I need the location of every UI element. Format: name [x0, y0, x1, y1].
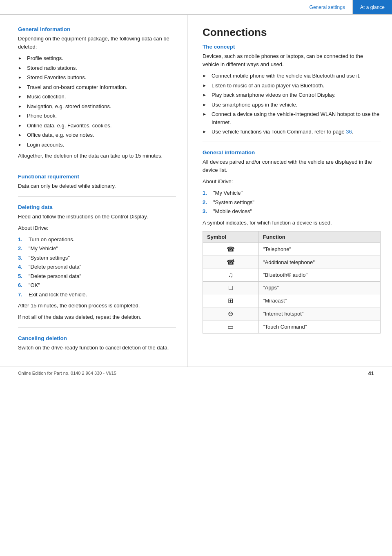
left-general-info-heading: General information [18, 26, 176, 32]
step-number: 4. [18, 263, 27, 271]
divider-3 [18, 327, 176, 328]
list-item: 3."Mobile devices" [203, 207, 381, 216]
right-concept-bullet-list: ►Connect mobile phone with the vehicle v… [203, 72, 381, 136]
list-item: ►Login accounts. [18, 141, 176, 149]
symbol-cell: ♫ [203, 269, 259, 281]
symbol-col-header: Symbol [203, 231, 259, 242]
left-deleting-data-heading: Deleting data [18, 204, 176, 210]
symbol-table: Symbol Function ☎"Telephone"☎̂"Additiona… [203, 231, 381, 334]
symbol-cell: ⊞ [203, 294, 259, 307]
symbol-cell: □ [203, 281, 259, 294]
triangle-bullet-icon: ► [18, 132, 24, 138]
left-general-info-footer: Altogether, the deletion of the data can… [18, 152, 176, 160]
connections-heading: Connections [203, 26, 381, 39]
left-deleting-after2: If not all of the data was deleted, repe… [18, 313, 176, 321]
left-canceling-deletion-heading: Canceling deletion [18, 335, 176, 341]
list-item: ►Phone book. [18, 112, 176, 120]
step-number: 6. [18, 281, 27, 289]
divider-2 [18, 196, 176, 197]
step-number: 3. [203, 207, 212, 216]
right-steps-list: 1."My Vehicle"2."System settings"3."Mobi… [203, 189, 381, 216]
header-general-settings-label: General settings [302, 0, 353, 14]
list-item: 1."My Vehicle" [203, 189, 381, 197]
step-number: 1. [18, 236, 27, 244]
triangle-bullet-icon: ► [18, 142, 24, 148]
step-number: 2. [203, 198, 212, 207]
triangle-bullet-icon: ► [203, 102, 209, 108]
triangle-bullet-icon: ► [203, 82, 209, 89]
symbol-cell: ⊖ [203, 307, 259, 320]
triangle-bullet-icon: ► [203, 92, 209, 98]
table-row: ☎"Telephone" [203, 242, 381, 256]
page-header: General settings At a glance [0, 0, 392, 15]
triangle-bullet-icon: ► [18, 84, 24, 90]
triangle-bullet-icon: ► [18, 103, 24, 109]
list-item: ►Connect mobile phone with the vehicle v… [203, 72, 381, 80]
page-footer: Online Edition for Part no. 0140 2 964 3… [0, 367, 392, 380]
list-item: ►Play back smartphone videos on the Cont… [203, 91, 381, 99]
left-deleting-data-para1: Heed and follow the instructions on the … [18, 213, 176, 221]
triangle-bullet-icon: ► [18, 122, 24, 129]
left-general-info-bullet-list: ►Profile settings.►Stored radio stations… [18, 54, 176, 149]
list-item: 1.Turn on operations. [18, 236, 176, 244]
list-item: ►Use smartphone apps in the vehicle. [203, 101, 381, 109]
page-number: 41 [368, 370, 374, 376]
symbol-table-body: ☎"Telephone"☎̂"Additional telephone"♫"Bl… [203, 242, 381, 333]
list-item: ►Use vehicle functions via Touch Command… [203, 128, 381, 136]
left-deleting-after1: After 15 minutes, the deletion process i… [18, 302, 176, 310]
list-item: ►Office data, e.g. voice notes. [18, 131, 176, 139]
divider-1 [18, 166, 176, 166]
left-canceling-deletion-para: Switch on the drive-ready function to ca… [18, 344, 176, 352]
left-column: General information Depending on the equ… [0, 15, 188, 367]
list-item: ►Navigation, e.g. stored destinations. [18, 102, 176, 111]
left-functional-req-para: Data can only be deleted while stationar… [18, 182, 176, 190]
right-column: Connections The concept Devices, such as… [188, 15, 392, 367]
list-item: 3."System settings" [18, 254, 176, 262]
table-row: ♫"Bluetooth® audio" [203, 269, 381, 281]
list-item: ►Profile settings. [18, 54, 176, 62]
left-functional-req-heading: Functional requirement [18, 173, 176, 180]
function-col-header: Function [258, 231, 380, 242]
right-general-info-heading: General information [203, 149, 381, 156]
step-number: 3. [18, 254, 27, 262]
list-item: 2."My Vehicle" [18, 245, 176, 253]
right-symbol-para: A symbol indicates, for which function a… [203, 219, 381, 227]
triangle-bullet-icon: ► [203, 73, 209, 79]
footer-text: Online Edition for Part no. 0140 2 964 3… [18, 371, 116, 376]
function-cell: "Additional telephone" [258, 256, 380, 269]
list-item: ►Travel and on-board comupter informatio… [18, 83, 176, 91]
left-deleting-data-para2: About iDrive: [18, 224, 176, 232]
triangle-bullet-icon: ► [18, 113, 24, 119]
list-item: ►Stored Favorites buttons. [18, 73, 176, 82]
function-cell: "Miracast" [258, 294, 380, 307]
triangle-bullet-icon: ► [203, 111, 209, 117]
table-row: ⊞"Miracast" [203, 294, 381, 307]
list-item: 7.Exit and lock the vehicle. [18, 291, 176, 299]
table-row: ⊖"Internet hotspot" [203, 307, 381, 320]
list-item: ►Stored radio stations. [18, 64, 176, 72]
main-content: General information Depending on the equ… [0, 15, 392, 367]
list-item: ►Music collection. [18, 93, 176, 101]
list-item: 4."Delete personal data" [18, 263, 176, 271]
right-general-info-para1: All devices paired and/or connected with… [203, 158, 381, 174]
symbol-cell: ☎̂ [203, 256, 259, 269]
left-deleting-steps-list: 1.Turn on operations.2."My Vehicle"3."Sy… [18, 236, 176, 299]
function-cell: "Bluetooth® audio" [258, 269, 380, 281]
symbol-cell: ☎ [203, 242, 259, 256]
right-general-info-para2: About iDrive: [203, 178, 381, 186]
triangle-bullet-icon: ► [18, 74, 24, 80]
function-cell: "Telephone" [258, 242, 380, 256]
list-item: 6."OK" [18, 281, 176, 289]
triangle-bullet-icon: ► [203, 129, 209, 135]
function-cell: "Internet hotspot" [258, 307, 380, 320]
right-concept-para: Devices, such as mobile phones or laptop… [203, 52, 381, 69]
triangle-bullet-icon: ► [18, 93, 24, 100]
list-item: ►Listen to music of an audio player via … [203, 82, 381, 90]
divider-right-1 [203, 142, 381, 142]
table-row: ▭"Touch Command" [203, 320, 381, 333]
page-link[interactable]: 36 [346, 129, 352, 135]
list-item: 5."Delete personal data" [18, 272, 176, 280]
table-row: □"Apps" [203, 281, 381, 294]
triangle-bullet-icon: ► [18, 65, 24, 71]
list-item: ►Connect a device using the vehicle-inte… [203, 110, 381, 126]
